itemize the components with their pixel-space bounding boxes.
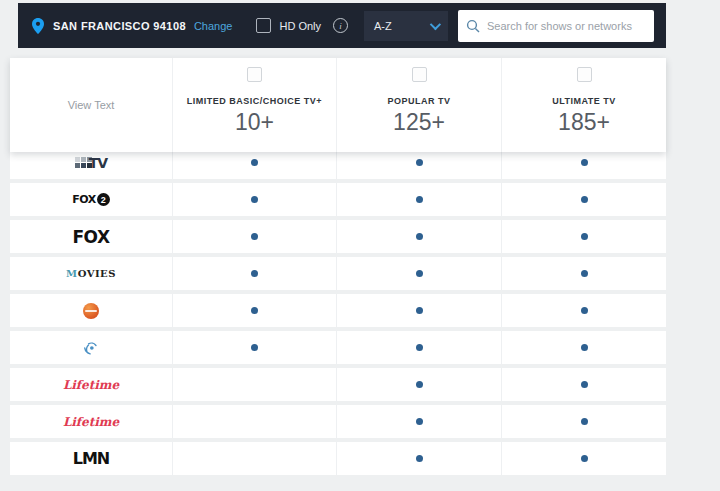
availability-dot — [416, 381, 423, 388]
chevron-down-icon — [430, 18, 441, 29]
package-name: POPULAR TV — [387, 96, 450, 106]
availability-dot — [581, 307, 588, 314]
availability-dot — [416, 455, 423, 462]
channel-row: FOX2 — [10, 183, 666, 216]
view-text-link[interactable]: View Text — [68, 99, 115, 111]
channel-row — [10, 294, 666, 327]
channel-logo-cell: MOVIES — [10, 257, 172, 290]
availability-dot — [416, 159, 423, 166]
channel-row — [10, 331, 666, 364]
package-column-popular-tv: POPULAR TV 125+ — [336, 58, 501, 152]
signal-swirl-logo — [81, 338, 101, 358]
channel-row: Lifetime — [10, 368, 666, 401]
sort-dropdown[interactable]: A-Z — [364, 11, 448, 41]
package-checkbox[interactable] — [577, 67, 592, 82]
availability-cell — [501, 183, 666, 216]
package-channel-count: 10+ — [235, 109, 274, 136]
view-text-column: View Text — [10, 58, 172, 152]
channel-logo-cell: Lifetime — [10, 368, 172, 401]
movies-logo: MOVIES — [66, 268, 116, 279]
search-box — [458, 10, 654, 42]
channel-logo-cell — [10, 331, 172, 364]
availability-dot — [581, 196, 588, 203]
channel-row: LMN — [10, 442, 666, 475]
availability-cell — [336, 294, 501, 327]
availability-dot — [416, 196, 423, 203]
availability-dot — [581, 381, 588, 388]
availability-dot — [416, 307, 423, 314]
availability-dot — [581, 270, 588, 277]
fox-text: FOX — [72, 193, 95, 206]
availability-cell — [336, 405, 501, 438]
channel-logo-cell: LMN — [10, 442, 172, 475]
channel-row: FOX — [10, 220, 666, 253]
package-column-limited-basic: LIMITED BASIC/CHOICE TV+ 10+ — [172, 58, 336, 152]
package-column-ultimate-tv: ULTIMATE TV 185+ — [501, 58, 666, 152]
mosaic-tv-text: TV — [89, 155, 107, 171]
package-checkbox[interactable] — [412, 67, 427, 82]
availability-cell — [172, 368, 336, 401]
mosaic-tv-logo: TV — [75, 155, 107, 171]
availability-dot — [581, 418, 588, 425]
circle-2-badge: 2 — [97, 193, 110, 206]
availability-cell — [336, 183, 501, 216]
availability-dot — [251, 270, 258, 277]
location-pin-icon — [32, 18, 44, 34]
sort-value: A-Z — [374, 20, 430, 32]
change-location-link[interactable]: Change — [194, 20, 233, 32]
package-checkbox[interactable] — [247, 67, 262, 82]
package-channel-count: 185+ — [558, 109, 610, 136]
availability-dot — [251, 196, 258, 203]
availability-cell — [501, 331, 666, 364]
availability-cell — [336, 220, 501, 253]
availability-cell — [172, 405, 336, 438]
availability-dot — [416, 418, 423, 425]
mosaic-tile — [81, 163, 86, 168]
availability-cell — [172, 257, 336, 290]
availability-cell — [501, 257, 666, 290]
orange-globe-logo — [83, 303, 99, 319]
availability-cell — [172, 442, 336, 475]
availability-dot — [581, 455, 588, 462]
channel-logo-cell: FOX — [10, 220, 172, 253]
info-icon[interactable]: i — [333, 18, 348, 33]
availability-cell — [501, 294, 666, 327]
mosaic-tile — [81, 157, 86, 162]
search-input[interactable] — [487, 20, 646, 32]
lmn-logo: LMN — [73, 449, 110, 468]
mosaic-tile — [75, 163, 80, 168]
availability-dot — [416, 344, 423, 351]
availability-dot — [581, 233, 588, 240]
availability-cell — [336, 442, 501, 475]
availability-cell — [172, 183, 336, 216]
availability-dot — [251, 307, 258, 314]
availability-cell — [336, 257, 501, 290]
package-name: ULTIMATE TV — [552, 96, 616, 106]
availability-cell — [172, 294, 336, 327]
availability-dot — [251, 233, 258, 240]
location-text: SAN FRANCISCO 94108 — [53, 20, 186, 32]
availability-dot — [416, 270, 423, 277]
hd-only-checkbox[interactable] — [256, 18, 271, 33]
package-channel-count: 125+ — [393, 109, 445, 136]
availability-cell — [501, 405, 666, 438]
availability-cell — [501, 368, 666, 401]
availability-dot — [251, 344, 258, 351]
availability-cell — [172, 331, 336, 364]
channel-logo-cell — [10, 294, 172, 327]
availability-dot — [416, 233, 423, 240]
package-header-card: View Text LIMITED BASIC/CHOICE TV+ 10+ P… — [10, 58, 666, 152]
availability-cell — [336, 331, 501, 364]
channel-row: Lifetime — [10, 405, 666, 438]
search-icon — [466, 19, 480, 33]
channel-row: MOVIES — [10, 257, 666, 290]
availability-dot — [581, 344, 588, 351]
location-bar: SAN FRANCISCO 94108 Change HD Only i A-Z — [18, 3, 666, 48]
lifetime-logo: Lifetime — [63, 378, 119, 392]
package-name: LIMITED BASIC/CHOICE TV+ — [187, 96, 322, 106]
availability-cell — [172, 220, 336, 253]
availability-cell — [336, 368, 501, 401]
fox-logo: FOX — [72, 227, 109, 247]
availability-dot — [251, 159, 258, 166]
channel-logo-cell: FOX2 — [10, 183, 172, 216]
